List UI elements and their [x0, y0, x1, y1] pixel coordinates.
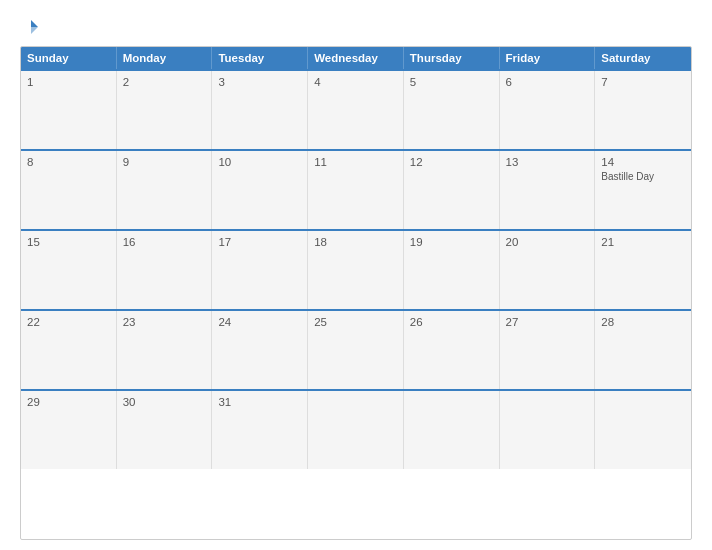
day-header-wednesday: Wednesday [308, 47, 404, 69]
day-header-tuesday: Tuesday [212, 47, 308, 69]
day-number: 27 [506, 316, 589, 328]
week-row-3: 15161718192021 [21, 229, 691, 309]
day-number: 30 [123, 396, 206, 408]
day-cell-31: 31 [212, 391, 308, 469]
day-number: 9 [123, 156, 206, 168]
day-cell-26: 26 [404, 311, 500, 389]
day-number: 11 [314, 156, 397, 168]
week-row-5: 293031 [21, 389, 691, 469]
day-number: 24 [218, 316, 301, 328]
day-number: 28 [601, 316, 685, 328]
day-header-monday: Monday [117, 47, 213, 69]
logo [20, 18, 40, 36]
day-number: 19 [410, 236, 493, 248]
day-number: 2 [123, 76, 206, 88]
day-number: 20 [506, 236, 589, 248]
day-cell-10: 10 [212, 151, 308, 229]
day-cell-21: 21 [595, 231, 691, 309]
day-cell-9: 9 [117, 151, 213, 229]
svg-marker-0 [31, 20, 38, 27]
day-number: 17 [218, 236, 301, 248]
day-cell-16: 16 [117, 231, 213, 309]
empty-day-cell [500, 391, 596, 469]
day-cell-23: 23 [117, 311, 213, 389]
week-row-2: 891011121314Bastille Day [21, 149, 691, 229]
day-cell-29: 29 [21, 391, 117, 469]
day-cell-5: 5 [404, 71, 500, 149]
day-cell-17: 17 [212, 231, 308, 309]
empty-day-cell [308, 391, 404, 469]
day-number: 8 [27, 156, 110, 168]
day-cell-24: 24 [212, 311, 308, 389]
empty-day-cell [404, 391, 500, 469]
day-cell-2: 2 [117, 71, 213, 149]
day-cell-13: 13 [500, 151, 596, 229]
week-row-1: 1234567 [21, 69, 691, 149]
day-number: 1 [27, 76, 110, 88]
day-cell-1: 1 [21, 71, 117, 149]
day-number: 6 [506, 76, 589, 88]
day-number: 7 [601, 76, 685, 88]
day-number: 22 [27, 316, 110, 328]
week-row-4: 22232425262728 [21, 309, 691, 389]
day-header-thursday: Thursday [404, 47, 500, 69]
day-cell-18: 18 [308, 231, 404, 309]
day-cell-14: 14Bastille Day [595, 151, 691, 229]
day-number: 3 [218, 76, 301, 88]
day-cell-4: 4 [308, 71, 404, 149]
day-cell-3: 3 [212, 71, 308, 149]
day-number: 26 [410, 316, 493, 328]
day-number: 14 [601, 156, 685, 168]
day-header-friday: Friday [500, 47, 596, 69]
calendar: SundayMondayTuesdayWednesdayThursdayFrid… [20, 46, 692, 540]
day-number: 25 [314, 316, 397, 328]
day-number: 16 [123, 236, 206, 248]
logo-flag-icon [22, 18, 40, 36]
page: SundayMondayTuesdayWednesdayThursdayFrid… [0, 0, 712, 550]
day-number: 21 [601, 236, 685, 248]
day-cell-22: 22 [21, 311, 117, 389]
day-number: 29 [27, 396, 110, 408]
day-header-saturday: Saturday [595, 47, 691, 69]
day-number: 4 [314, 76, 397, 88]
day-cell-25: 25 [308, 311, 404, 389]
empty-day-cell [595, 391, 691, 469]
day-cell-7: 7 [595, 71, 691, 149]
day-event: Bastille Day [601, 171, 685, 182]
day-cell-30: 30 [117, 391, 213, 469]
svg-marker-1 [31, 27, 38, 34]
day-number: 5 [410, 76, 493, 88]
day-number: 15 [27, 236, 110, 248]
day-cell-28: 28 [595, 311, 691, 389]
day-cell-15: 15 [21, 231, 117, 309]
day-cell-6: 6 [500, 71, 596, 149]
day-cell-20: 20 [500, 231, 596, 309]
day-number: 10 [218, 156, 301, 168]
day-number: 18 [314, 236, 397, 248]
day-cell-11: 11 [308, 151, 404, 229]
day-cell-27: 27 [500, 311, 596, 389]
calendar-header-row: SundayMondayTuesdayWednesdayThursdayFrid… [21, 47, 691, 69]
day-number: 13 [506, 156, 589, 168]
day-cell-8: 8 [21, 151, 117, 229]
day-cell-19: 19 [404, 231, 500, 309]
day-cell-12: 12 [404, 151, 500, 229]
day-number: 23 [123, 316, 206, 328]
day-number: 12 [410, 156, 493, 168]
header [20, 18, 692, 36]
day-header-sunday: Sunday [21, 47, 117, 69]
day-number: 31 [218, 396, 301, 408]
